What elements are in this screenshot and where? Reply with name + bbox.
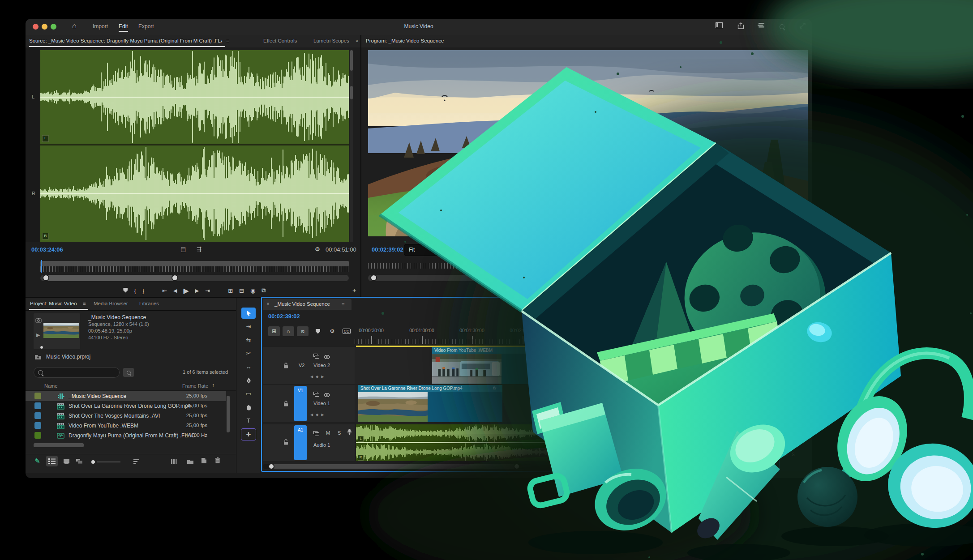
nest-toggle-button[interactable]: ⊞ [268, 326, 280, 336]
program-panel-menu-icon[interactable]: ≡ [438, 38, 441, 43]
label-color-chip[interactable] [34, 422, 41, 429]
tab-libraries[interactable]: Libraries [139, 301, 159, 306]
track-header-v1[interactable]: V1 Video 1 ◀◆▶ [263, 385, 355, 422]
project-item-row[interactable]: _Music Video Sequence25,00 fps [26, 391, 226, 401]
step-forward-button[interactable]: ▶ [195, 288, 199, 294]
tab-project[interactable]: Project: Music Video [30, 301, 77, 306]
captions-button[interactable]: CC [341, 326, 352, 336]
track-id-v2[interactable]: V2 [299, 363, 304, 368]
source-zoom-handle-right[interactable] [171, 274, 178, 281]
voiceover-mic-icon[interactable] [347, 429, 352, 437]
tab-effect-controls[interactable]: Effect Controls [263, 38, 297, 43]
go-to-in-button[interactable]: ⇤ [162, 287, 167, 294]
timeline-zoom-handle-right[interactable] [514, 463, 520, 470]
timeline-menu-icon[interactable]: ≡ [342, 301, 345, 307]
tab-program[interactable]: Program: _Music Video Sequence [366, 38, 444, 43]
source-timecode[interactable]: 00:03:24:06 [31, 246, 63, 253]
timeline-ruler[interactable] [355, 336, 778, 344]
search-icon[interactable] [777, 23, 787, 32]
timeline-tab[interactable]: × _Music Video Sequence ≡ [263, 299, 351, 310]
project-item-row[interactable]: Video From YouTube .WEBM25,00 fps [26, 421, 226, 431]
source-panel-menu-icon[interactable]: ≡ [226, 38, 229, 43]
preview-scrub-handle[interactable] [40, 346, 43, 349]
source-patch-v1[interactable]: V1 [294, 386, 307, 421]
eye-icon[interactable] [324, 353, 330, 361]
keyframe-nav-icons[interactable]: ◀◆▶ [310, 413, 326, 417]
project-panel-menu-icon[interactable]: ≡ [83, 301, 86, 306]
zoom-slider-handle[interactable] [91, 460, 95, 464]
linked-selection-button[interactable]: ⧅ [297, 326, 309, 336]
freeform-view-button[interactable] [76, 458, 83, 466]
timeline-timecode[interactable]: 00:02:39:02 [268, 313, 300, 320]
panel-layout-icon[interactable] [714, 22, 724, 31]
rectangle-tool[interactable]: ▭ [241, 388, 256, 399]
source-patch-icon[interactable] [313, 390, 319, 398]
hand-tool[interactable] [241, 402, 256, 413]
label-color-chip[interactable] [34, 393, 41, 399]
workspaces-icon[interactable] [756, 22, 766, 31]
go-to-in-button[interactable]: ⇤ [554, 287, 559, 294]
timeline-playhead[interactable] [588, 336, 589, 461]
eye-icon[interactable] [324, 391, 330, 399]
list-view-button[interactable] [46, 456, 58, 466]
mute-button[interactable]: M [326, 430, 330, 436]
source-playhead[interactable] [41, 260, 42, 273]
source-patch-icon[interactable] [313, 352, 319, 360]
tab-media-browser[interactable]: Media Browser [94, 301, 128, 306]
drag-video-only-button[interactable]: ⧉ [653, 287, 657, 294]
new-item-icon[interactable] [201, 457, 207, 466]
zoom-level-dropdown[interactable]: Fit [404, 244, 439, 256]
project-item-row[interactable]: Shot Over The Vosges Mountains .AVI25,00… [26, 411, 226, 421]
label-color-chip[interactable] [34, 432, 41, 439]
preview-thumbnail-image[interactable] [43, 316, 79, 345]
snap-magnet-button[interactable]: ∩ [283, 326, 294, 336]
mark-in-button[interactable]: { [526, 287, 527, 294]
insert-button[interactable]: ⊞ [228, 287, 233, 294]
ripple-edit-tool[interactable]: ⇆ [241, 334, 256, 346]
lock-icon[interactable] [283, 362, 288, 370]
track-v2-lane[interactable]: Video From YouTube .WEBM fx [355, 347, 778, 384]
zoom-slider-track[interactable] [97, 462, 120, 462]
overwrite-button[interactable]: ⊟ [239, 287, 244, 294]
project-root-icon[interactable] [34, 354, 42, 362]
project-horizontal-scrollbar[interactable] [26, 443, 236, 448]
timeline-zoom-handle-left[interactable] [268, 463, 274, 470]
fullscreen-icon[interactable] [797, 22, 807, 31]
project-item-row[interactable]: Dragonfly Mayu Puma (Original From M Cra… [26, 431, 226, 440]
keyframe-nav-icons[interactable]: ◀◆▶ [310, 375, 326, 379]
mark-out-button[interactable]: } [534, 287, 536, 294]
search-input[interactable] [34, 367, 120, 378]
program-zoom-scrollbar[interactable] [368, 275, 805, 281]
selection-tool[interactable] [241, 308, 256, 319]
timeline-horizontal-scrollbar[interactable] [263, 464, 778, 469]
project-item-name[interactable]: _Music Video Sequence [69, 393, 126, 399]
pen-tool[interactable] [241, 375, 256, 386]
solo-button[interactable]: S [338, 430, 341, 436]
track-a1-lane[interactable]: L R [355, 424, 778, 461]
transform-tool[interactable]: ✚ [241, 428, 256, 440]
source-zoom-scrollbar[interactable] [40, 275, 349, 281]
project-file-name[interactable]: Music Video.prproj [46, 354, 90, 360]
timeline-clip-v1[interactable]: Shot Over La Garonne River Drone Long GO… [358, 385, 502, 422]
waveform-scrollbar[interactable] [350, 50, 353, 242]
tab-source[interactable]: Source: _Music Video Sequence: Dragonfly… [29, 38, 222, 43]
program-video-frame[interactable] [368, 50, 808, 236]
program-timecode[interactable]: 00:02:39:02 [372, 246, 403, 253]
label-color-chip[interactable] [34, 402, 41, 409]
frame-view-icon[interactable]: ▤ [180, 246, 186, 252]
project-item-name[interactable]: Shot Over The Vosges Mountains .AVI [69, 413, 160, 419]
tab-lumetri-scopes[interactable]: Lumetri Scopes [313, 38, 349, 43]
drag-video-only-button[interactable]: ⧉ [261, 287, 266, 294]
track-select-forward-tool[interactable]: ⇥ [241, 321, 256, 332]
delete-trash-ic[interactable] [214, 457, 221, 466]
sort-icon[interactable] [133, 458, 140, 466]
label-color-chip[interactable] [34, 412, 41, 419]
project-item-name[interactable]: Dragonfly Mayu Puma (Original From M Cra… [69, 432, 195, 439]
project-item-name[interactable]: Shot Over La Garonne River Drone Long GO… [69, 403, 191, 409]
slip-tool[interactable]: ↔ [241, 361, 256, 372]
tab-overflow-chevrons[interactable]: » [356, 38, 358, 43]
lock-icon[interactable] [283, 439, 288, 447]
preview-play-icon[interactable]: ▶ [36, 332, 40, 338]
step-back-button[interactable]: ◀ [565, 288, 569, 294]
add-button[interactable]: + [352, 286, 356, 294]
